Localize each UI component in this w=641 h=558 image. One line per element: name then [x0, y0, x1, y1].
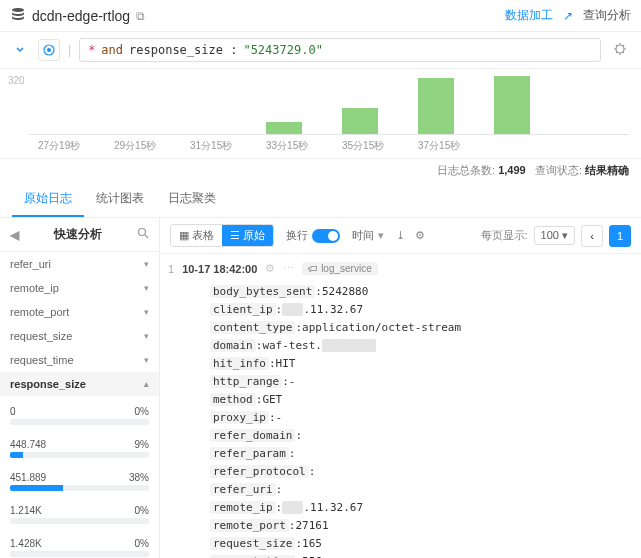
facet-pct: 9%: [135, 439, 149, 450]
target-icon[interactable]: [38, 39, 60, 61]
kv-key: hit_info: [210, 357, 269, 370]
log-more-icon[interactable]: ⋯: [283, 262, 294, 275]
pager-prev[interactable]: ‹: [581, 225, 603, 247]
facet-label: 451.889: [10, 472, 46, 483]
facet-row[interactable]: 1.428K0%: [0, 528, 159, 558]
facet-bar-wrap: [10, 518, 149, 524]
x-tick: 37分15秒: [418, 139, 454, 153]
view-table-button[interactable]: ▦ 表格: [171, 225, 222, 246]
log-kv[interactable]: remote_ip:xx.11.32.67: [210, 499, 633, 517]
log-kv[interactable]: domain:waf-test.xxxxxxx: [210, 337, 633, 355]
facet-row[interactable]: 448.7489%: [0, 429, 159, 462]
log-kv[interactable]: refer_uri:: [210, 481, 633, 499]
kv-key: proxy_ip: [210, 411, 269, 424]
tab-stats-chart[interactable]: 统计图表: [84, 182, 156, 217]
facet-pct: 38%: [129, 472, 149, 483]
tab-log-cluster[interactable]: 日志聚类: [156, 182, 228, 217]
wrap-toggle[interactable]: [312, 229, 340, 243]
chevron-icon: ▾: [144, 259, 149, 269]
chart-bar[interactable]: [494, 76, 530, 134]
pager-current[interactable]: 1: [609, 225, 631, 247]
log-kv[interactable]: remote_port:27161: [210, 517, 633, 535]
sidebar-field-request_time[interactable]: request_time▾: [0, 348, 159, 372]
log-settings-icon[interactable]: ⚙: [265, 262, 275, 275]
facet-bar-wrap: [10, 452, 149, 458]
log-kv[interactable]: http_range:-: [210, 373, 633, 391]
link-query-analysis[interactable]: 查询分析: [583, 7, 631, 24]
facet-row[interactable]: 451.88938%: [0, 462, 159, 495]
log-kv[interactable]: hit_info:HIT: [210, 355, 633, 373]
download-icon[interactable]: ⤓: [396, 229, 405, 242]
field-label: request_time: [10, 354, 74, 366]
chart-bar[interactable]: [418, 78, 454, 134]
kv-key: http_range: [210, 375, 282, 388]
sidebar-field-remote_port[interactable]: remote_port▾: [0, 300, 159, 324]
x-tick: 35分15秒: [342, 139, 378, 153]
collapse-icon[interactable]: ◀: [10, 228, 19, 242]
facet-row[interactable]: 00%: [0, 396, 159, 429]
expand-chevron[interactable]: [10, 40, 30, 60]
log-kv[interactable]: refer_domain:: [210, 427, 633, 445]
link-data-processing[interactable]: 数据加工: [505, 7, 553, 24]
new-window-icon[interactable]: ↗: [563, 9, 573, 23]
list-icon: ☰: [230, 229, 240, 242]
toolbar-left: ▦ 表格 ☰ 原始 换行 时间 ▾ ⤓ ⚙: [170, 224, 425, 247]
table-icon: ▦: [179, 229, 189, 242]
search-icon[interactable]: [137, 227, 149, 242]
kv-value: .11.32.67: [303, 501, 363, 514]
log-kv[interactable]: content_type:application/octet-stream: [210, 319, 633, 337]
main-row: ◀ 快速分析 refer_uri▾remote_ip▾remote_port▾r…: [0, 218, 641, 558]
kv-value: GET: [262, 393, 282, 406]
facet-row[interactable]: 1.214K0%: [0, 495, 159, 528]
log-kv[interactable]: refer_param:: [210, 445, 633, 463]
chevron-down-icon[interactable]: ▾: [378, 229, 384, 242]
log-kv[interactable]: method:GET: [210, 391, 633, 409]
log-kv[interactable]: request_size:165: [210, 535, 633, 553]
sidebar-field-response_size[interactable]: response_size▴: [0, 372, 159, 396]
kv-key: remote_ip: [210, 501, 276, 514]
time-label: 时间: [352, 228, 374, 243]
tab-raw-logs[interactable]: 原始日志: [12, 182, 84, 217]
result-tabs: 原始日志 统计图表 日志聚类: [0, 182, 641, 218]
facet-bar: [10, 485, 63, 491]
page-header: dcdn-edge-rtlog ⧉ 数据加工 ↗ 查询分析: [0, 0, 641, 32]
y-tick: 320: [8, 75, 25, 86]
sidebar-field-remote_ip[interactable]: remote_ip▾: [0, 276, 159, 300]
chart-status-line: 日志总条数: 1,499 查询状态: 结果精确: [0, 159, 641, 182]
field-label: response_size: [10, 378, 86, 390]
log-time: 10-17 18:42:00: [182, 263, 257, 275]
log-kv[interactable]: proxy_ip:-: [210, 409, 633, 427]
sidebar-field-request_size[interactable]: request_size▾: [0, 324, 159, 348]
header-left: dcdn-edge-rtlog ⧉: [10, 6, 145, 25]
chart-bar[interactable]: [266, 122, 302, 134]
kv-value: 5242880: [322, 285, 368, 298]
query-settings-icon[interactable]: [609, 42, 631, 59]
histogram-chart: 320 27分19秒29分15秒31分15秒33分15秒35分15秒37分15秒: [0, 69, 641, 159]
page-size-select[interactable]: 100 ▾: [534, 226, 575, 245]
sidebar-field-refer_uri[interactable]: refer_uri▾: [0, 252, 159, 276]
kv-key: refer_protocol: [210, 465, 309, 478]
log-kv[interactable]: request_time:556: [210, 553, 633, 558]
settings-icon[interactable]: ⚙: [415, 229, 425, 242]
log-kv[interactable]: body_bytes_sent:5242880: [210, 283, 633, 301]
kv-key: method: [210, 393, 256, 406]
query-input[interactable]: * and response_size : "5243729.0": [79, 38, 601, 62]
chevron-icon: ▾: [144, 283, 149, 293]
copy-icon[interactable]: ⧉: [136, 9, 145, 23]
quick-analysis-sidebar: ◀ 快速分析 refer_uri▾remote_ip▾remote_port▾r…: [0, 218, 160, 558]
kv-value: application/octet-stream: [302, 321, 461, 334]
log-toolbar: ▦ 表格 ☰ 原始 换行 时间 ▾ ⤓ ⚙ 每页显示: 100: [160, 218, 641, 254]
view-raw-button[interactable]: ☰ 原始: [222, 225, 273, 246]
log-kv[interactable]: refer_protocol:: [210, 463, 633, 481]
log-kv[interactable]: client_ip:xx.11.32.67: [210, 301, 633, 319]
kv-key: content_type: [210, 321, 295, 334]
field-label: remote_port: [10, 306, 69, 318]
x-tick: 33分15秒: [266, 139, 302, 153]
log-index: 1: [168, 263, 174, 275]
tok-and: and: [101, 43, 123, 57]
chart-bar[interactable]: [342, 108, 378, 134]
chevron-icon: ▾: [144, 307, 149, 317]
kv-value: -: [289, 375, 296, 388]
kv-value: 27161: [295, 519, 328, 532]
view-switch: ▦ 表格 ☰ 原始: [170, 224, 274, 247]
